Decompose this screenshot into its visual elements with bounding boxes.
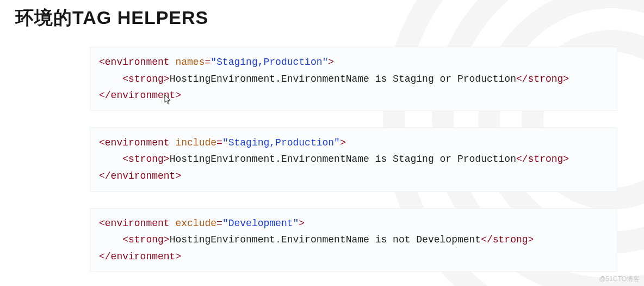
code-block: <environment exclude="Development"> <str… xyxy=(90,208,617,272)
code-blocks-container: <environment names="Staging,Production">… xyxy=(90,47,617,272)
code-block: <environment names="Staging,Production">… xyxy=(90,47,617,111)
watermark: @51CTO博客 xyxy=(599,275,640,284)
code-block: <environment include="Staging,Production… xyxy=(90,127,617,192)
page-title: 环境的TAG HELPERS xyxy=(0,0,644,31)
